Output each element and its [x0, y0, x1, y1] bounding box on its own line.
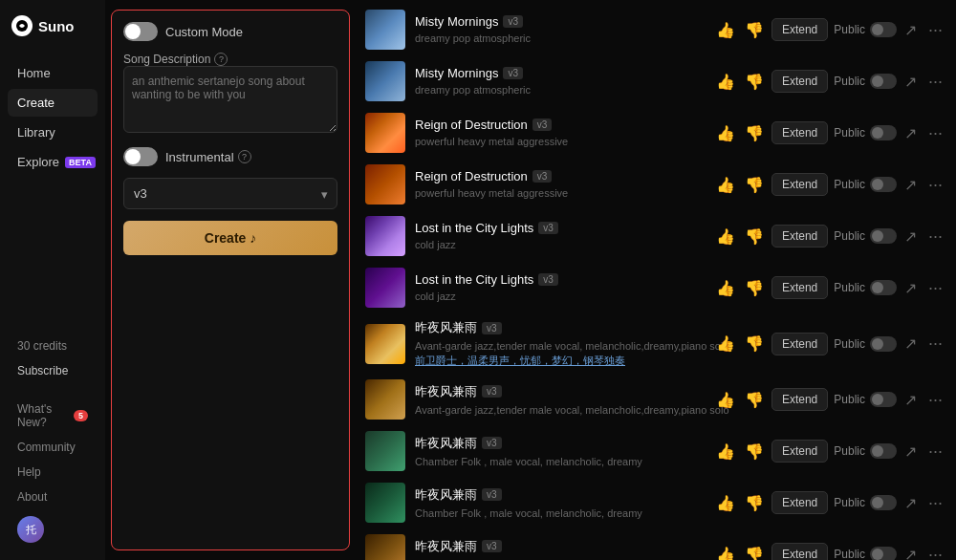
extend-button[interactable]: Extend: [771, 440, 828, 463]
description-textarea[interactable]: [123, 66, 337, 133]
share-icon[interactable]: ↗: [902, 226, 919, 248]
extend-button[interactable]: Extend: [771, 491, 828, 514]
sidebar-item-whats-new[interactable]: What's New? 5: [8, 398, 98, 434]
more-options-icon[interactable]: ···: [924, 225, 946, 248]
more-options-icon[interactable]: ···: [924, 18, 946, 42]
song-description-link[interactable]: 前卫爵士，温柔男声，忧郁，梦幻，钢琴独奏: [415, 355, 625, 366]
public-toggle[interactable]: [870, 495, 897, 510]
public-toggle[interactable]: [870, 22, 897, 37]
logo[interactable]: Suno: [8, 11, 98, 40]
share-icon[interactable]: ↗: [902, 19, 919, 41]
share-icon[interactable]: ↗: [902, 71, 919, 93]
extend-button[interactable]: Extend: [771, 173, 828, 196]
song-title-row: Misty Mornings v3: [415, 66, 705, 80]
like-icon[interactable]: 👍: [714, 544, 737, 561]
public-toggle[interactable]: [870, 74, 897, 89]
share-icon[interactable]: ↗: [902, 492, 919, 514]
like-icon[interactable]: 👍: [714, 19, 737, 41]
version-select[interactable]: v3: [123, 178, 337, 209]
more-options-icon[interactable]: ···: [924, 491, 946, 515]
extend-button[interactable]: Extend: [771, 276, 828, 299]
dislike-icon[interactable]: 👎: [743, 544, 766, 561]
instrumental-toggle[interactable]: [123, 147, 158, 166]
subscribe-button[interactable]: Subscribe: [8, 359, 98, 382]
public-toggle[interactable]: [870, 336, 897, 352]
more-options-icon[interactable]: ···: [924, 388, 946, 412]
create-button[interactable]: Create ♪: [123, 221, 337, 255]
song-row[interactable]: Reign of Destruction v3 powerful heavy m…: [356, 159, 956, 210]
like-icon[interactable]: 👍: [714, 174, 737, 196]
song-row[interactable]: 昨夜风兼雨 v3 Chamber Folk , male vocal, mela…: [356, 425, 956, 477]
more-options-icon[interactable]: ···: [924, 440, 946, 463]
more-options-icon[interactable]: ···: [924, 332, 946, 355]
dislike-icon[interactable]: 👎: [743, 226, 766, 248]
public-toggle[interactable]: [870, 228, 897, 244]
like-icon[interactable]: 👍: [714, 71, 737, 93]
more-options-icon[interactable]: ···: [924, 121, 946, 145]
song-row[interactable]: Reign of Destruction v3 powerful heavy m…: [356, 107, 956, 159]
song-row[interactable]: 昨夜风兼雨 v3 Chamber Folk , elegant, classic…: [356, 528, 956, 560]
like-icon[interactable]: 👍: [714, 122, 737, 144]
dislike-icon[interactable]: 👎: [743, 277, 766, 299]
sidebar-item-community[interactable]: Community: [8, 436, 98, 459]
sidebar-item-help[interactable]: Help: [8, 461, 98, 484]
dislike-icon[interactable]: 👎: [743, 389, 766, 411]
dislike-icon[interactable]: 👎: [743, 174, 766, 196]
song-row[interactable]: Lost in the City Lights v3 cold jazz 👍 👎…: [356, 210, 956, 262]
dislike-icon[interactable]: 👎: [743, 71, 766, 93]
public-toggle[interactable]: [870, 443, 897, 459]
song-title-row: Lost in the City Lights v3: [415, 272, 705, 287]
sidebar-item-about[interactable]: About: [8, 485, 98, 508]
song-row[interactable]: 昨夜风兼雨 v3 Chamber Folk , male vocal, mela…: [356, 477, 956, 528]
share-icon[interactable]: ↗: [902, 333, 919, 355]
public-toggle[interactable]: [870, 125, 897, 140]
extend-button[interactable]: Extend: [771, 18, 828, 41]
song-thumbnail: [365, 483, 405, 523]
dislike-icon[interactable]: 👎: [743, 492, 766, 514]
instrumental-info-icon[interactable]: ?: [238, 150, 251, 163]
like-icon[interactable]: 👍: [714, 226, 737, 248]
share-icon[interactable]: ↗: [902, 174, 919, 196]
like-icon[interactable]: 👍: [714, 492, 737, 514]
more-options-icon[interactable]: ···: [924, 173, 946, 197]
like-icon[interactable]: 👍: [714, 333, 737, 355]
custom-mode-toggle[interactable]: [123, 22, 158, 41]
extend-button[interactable]: Extend: [771, 225, 828, 248]
sidebar-item-explore[interactable]: Explore BETA: [8, 148, 98, 176]
song-row[interactable]: Lost in the City Lights v3 cold jazz 👍 👎…: [356, 262, 956, 313]
extend-button[interactable]: Extend: [771, 543, 828, 560]
public-toggle[interactable]: [870, 392, 897, 407]
song-title-row: 昨夜风兼雨 v3: [415, 319, 705, 336]
like-icon[interactable]: 👍: [714, 389, 737, 411]
dislike-icon[interactable]: 👎: [743, 333, 766, 355]
more-options-icon[interactable]: ···: [924, 543, 946, 561]
like-icon[interactable]: 👍: [714, 277, 737, 299]
dislike-icon[interactable]: 👎: [743, 441, 766, 463]
sidebar-item-create[interactable]: Create: [8, 89, 98, 117]
song-row[interactable]: Misty Mornings v3 dreamy pop atmospheric…: [356, 55, 956, 107]
share-icon[interactable]: ↗: [902, 441, 919, 463]
more-options-icon[interactable]: ···: [924, 70, 946, 94]
share-icon[interactable]: ↗: [902, 122, 919, 144]
extend-button[interactable]: Extend: [771, 70, 828, 93]
more-options-icon[interactable]: ···: [924, 276, 946, 300]
dislike-icon[interactable]: 👎: [743, 122, 766, 144]
song-row[interactable]: Misty Mornings v3 dreamy pop atmospheric…: [356, 4, 956, 55]
share-icon[interactable]: ↗: [902, 389, 919, 411]
dislike-icon[interactable]: 👎: [743, 19, 766, 41]
song-row[interactable]: 昨夜风兼雨 v3 Avant-garde jazz,tender male vo…: [356, 313, 956, 374]
sidebar-item-home[interactable]: Home: [8, 59, 98, 87]
public-toggle[interactable]: [870, 547, 897, 560]
extend-button[interactable]: Extend: [771, 388, 828, 411]
share-icon[interactable]: ↗: [902, 544, 919, 561]
description-info-icon[interactable]: ?: [214, 53, 228, 66]
extend-button[interactable]: Extend: [771, 333, 828, 355]
song-row[interactable]: 昨夜风兼雨 v3 Avant-garde jazz,tender male vo…: [356, 374, 956, 425]
public-toggle[interactable]: [870, 280, 897, 295]
like-icon[interactable]: 👍: [714, 441, 737, 463]
extend-button[interactable]: Extend: [771, 121, 828, 144]
public-toggle[interactable]: [870, 177, 897, 192]
share-icon[interactable]: ↗: [902, 277, 919, 299]
user-avatar[interactable]: 托: [17, 516, 44, 543]
sidebar-item-library[interactable]: Library: [8, 118, 98, 146]
